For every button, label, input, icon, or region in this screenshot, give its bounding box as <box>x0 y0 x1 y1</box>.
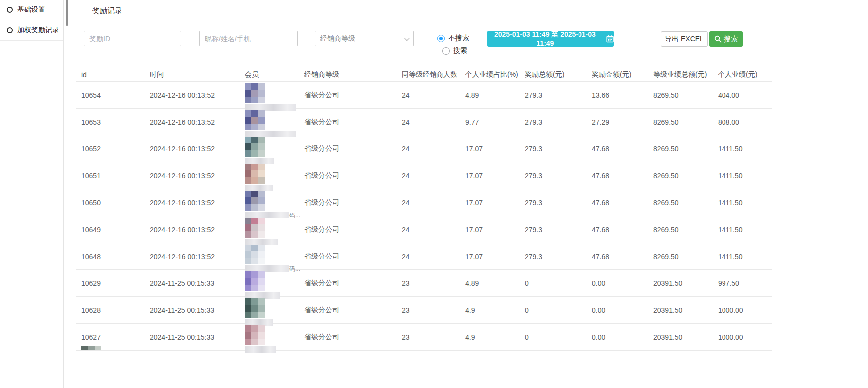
table-row: 10652 2024-12-16 00:13:52 省级分公司 24 17.07… <box>76 135 772 162</box>
cell-peer-count: 24 <box>396 243 460 270</box>
cell-id: 10628 <box>76 297 145 324</box>
sidebar-scrollbar-thumb[interactable] <box>66 0 68 26</box>
table-row: 10648 2024-12-16 00:13:52 码... 省级分公司 24 … <box>76 243 772 270</box>
table-row: 10653 2024-12-16 00:13:52 省级分公司 24 9.77 … <box>76 109 772 135</box>
cell-member: 码... <box>239 189 299 216</box>
cell-level-total: 20391.50 <box>648 297 713 324</box>
member-avatar <box>245 218 265 238</box>
member-avatar <box>245 298 265 318</box>
member-avatar <box>245 83 265 103</box>
cell-personal-total: 1000.00 <box>713 297 772 324</box>
search-button[interactable]: 搜索 <box>709 31 743 47</box>
radio-selected-icon <box>437 35 445 42</box>
cell-level-total: 20391.50 <box>648 270 713 297</box>
radio-search[interactable]: 搜索 <box>442 46 467 55</box>
cell-reward-total: 0 <box>519 324 586 351</box>
column-header-member: 会员 <box>239 68 299 82</box>
cell-time: 2024-12-16 00:13:52 <box>145 243 239 270</box>
cell-personal-ratio: 4.9 <box>460 324 519 351</box>
cell-member <box>239 109 299 135</box>
cell-personal-total: 1411.50 <box>713 135 772 162</box>
cell-personal-total: 997.50 <box>713 270 772 297</box>
cell-personal-total: 1411.50 <box>713 162 772 189</box>
circle-icon <box>7 7 13 13</box>
sidebar-item-basic-settings[interactable]: 基础设置 <box>0 0 63 20</box>
cell-id: 10653 <box>76 109 145 135</box>
cell-personal-total: 1411.50 <box>713 243 772 270</box>
member-cell <box>245 216 299 243</box>
cell-peer-count: 23 <box>396 297 460 324</box>
member-avatar <box>245 271 265 291</box>
cell-time: 2024-12-16 00:13:52 <box>145 162 239 189</box>
cell-dealer-level: 省级分公司 <box>299 109 396 135</box>
cell-personal-total: 404.00 <box>713 82 772 109</box>
member-name-blur <box>245 346 276 353</box>
date-range-button[interactable]: 2025-01-03 11:49 至 2025-01-03 11:49 <box>487 31 614 47</box>
column-header-level-total: 等级业绩总额(元) <box>648 68 713 82</box>
cell-id: 10650 <box>76 189 145 216</box>
cell-level-total: 8269.50 <box>648 243 713 270</box>
column-header-reward-amount: 奖励金额(元) <box>586 68 648 82</box>
cell-level-total: 8269.50 <box>648 216 713 243</box>
cell-time: 2024-11-25 00:15:33 <box>145 324 239 351</box>
dealer-level-select[interactable]: 经销商等级 <box>315 31 414 46</box>
cell-reward-amount: 0.00 <box>586 324 648 351</box>
table-row: 10649 2024-12-16 00:13:52 省级分公司 24 17.07… <box>76 216 772 243</box>
export-excel-button[interactable]: 导出 EXCEL <box>661 31 708 47</box>
cell-personal-ratio: 17.07 <box>460 216 519 243</box>
cell-reward-total: 279.3 <box>519 189 586 216</box>
table-row: 10628 2024-11-25 00:15:33 省级分公司 23 4.9 0… <box>76 297 772 324</box>
cell-personal-ratio: 17.07 <box>460 243 519 270</box>
member-avatar <box>245 137 265 157</box>
cell-time: 2024-11-25 00:15:33 <box>145 270 239 297</box>
cell-personal-ratio: 17.07 <box>460 135 519 162</box>
cell-dealer-level: 省级分公司 <box>299 82 396 109</box>
cell-dealer-level: 省级分公司 <box>299 216 396 243</box>
cell-level-total: 8269.50 <box>648 109 713 135</box>
cell-reward-total: 0 <box>519 297 586 324</box>
circle-icon <box>7 27 13 33</box>
cell-dealer-level: 省级分公司 <box>299 189 396 216</box>
table-row: 10629 2024-11-25 00:15:33 省级分公司 23 4.89 … <box>76 270 772 297</box>
cell-level-total: 8269.50 <box>648 162 713 189</box>
cell-time: 2024-12-16 00:13:52 <box>145 216 239 243</box>
cell-reward-amount: 0.00 <box>586 270 648 297</box>
cell-id: 10648 <box>76 243 145 270</box>
cell-personal-ratio: 17.07 <box>460 189 519 216</box>
main-content: 奖励记录 经销商等级 不搜索 搜索 2025-01-03 11:49 至 202… <box>76 0 868 388</box>
radio-no-search[interactable]: 不搜索 <box>437 34 469 43</box>
magnifier-icon <box>714 35 722 43</box>
cell-id: 10652 <box>76 135 145 162</box>
dealer-level-selected-value: 经销商等级 <box>320 34 404 43</box>
sidebar-item-weighted-reward-records[interactable]: 加权奖励记录 <box>0 20 63 41</box>
cell-peer-count: 24 <box>396 109 460 135</box>
cell-member <box>239 297 299 324</box>
radio-search-label: 搜索 <box>453 46 467 55</box>
cell-personal-ratio: 4.89 <box>460 270 519 297</box>
cell-reward-amount: 47.68 <box>586 243 648 270</box>
cell-peer-count: 24 <box>396 82 460 109</box>
column-header-peer-count: 同等级经销商人数 <box>396 68 460 82</box>
member-search-input[interactable] <box>199 31 298 46</box>
reward-id-input[interactable] <box>84 31 181 46</box>
cell-peer-count: 24 <box>396 189 460 216</box>
table-row: 10651 2024-12-16 00:13:52 省级分公司 24 17.07… <box>76 162 772 189</box>
cell-peer-count: 24 <box>396 162 460 189</box>
cell-personal-total: 808.00 <box>713 109 772 135</box>
cell-member: 码... <box>239 243 299 270</box>
date-range-text: 2025-01-03 11:49 至 2025-01-03 11:49 <box>487 30 603 47</box>
cell-member <box>239 135 299 162</box>
reward-records-table: id 时间 会员 经销商等级 同等级经销商人数 个人业绩占比(%) 奖励总额(元… <box>76 68 772 351</box>
cell-reward-amount: 0.00 <box>586 297 648 324</box>
table-header: id 时间 会员 经销商等级 同等级经销商人数 个人业绩占比(%) 奖励总额(元… <box>76 68 772 82</box>
cell-personal-total: 1000.00 <box>713 324 772 351</box>
member-avatar <box>245 191 265 211</box>
column-header-reward-total: 奖励总额(元) <box>519 68 586 82</box>
member-avatar <box>245 245 265 264</box>
cell-id: 10629 <box>76 270 145 297</box>
cell-peer-count: 24 <box>396 135 460 162</box>
cell-member <box>239 324 299 351</box>
radio-no-search-label: 不搜索 <box>448 34 469 43</box>
table-row: 10627 2024-11-25 00:15:33 省级分公司 23 4.9 0… <box>76 324 772 351</box>
sidebar-item-label: 加权奖励记录 <box>17 26 59 35</box>
